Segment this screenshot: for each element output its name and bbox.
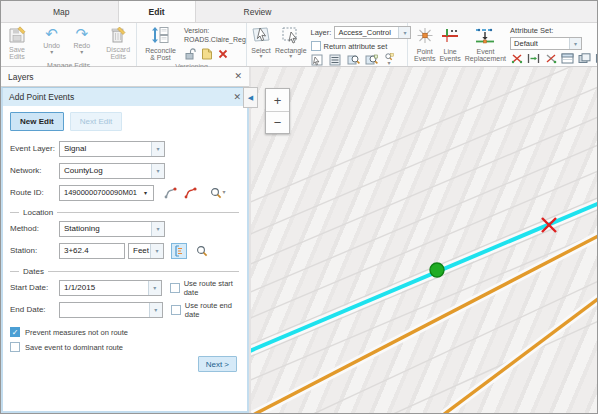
extend-event-icon[interactable] [527, 52, 540, 65]
chevron-down-icon[interactable]: ▾ [569, 38, 581, 49]
point-event-marker[interactable] [430, 263, 444, 277]
map-canvas[interactable] [251, 67, 597, 413]
left-dock: Layers ✕ Add Point Events ✕ New Edit Nex… [1, 67, 249, 413]
chevron-down-icon[interactable]: ▾ [222, 190, 225, 195]
location-section-separator: Location [10, 207, 239, 217]
save-dominant-route-label: Save event to dominant route [25, 343, 123, 352]
return-attribute-set-checkbox[interactable] [311, 41, 321, 51]
attribute-set-select[interactable]: Default ▾ [510, 37, 582, 50]
redo-button[interactable]: ↷ Redo ▾ [70, 25, 93, 55]
point-events-button[interactable]: Point Events [414, 25, 435, 63]
undo-button[interactable]: ↶ Undo ▾ [40, 25, 63, 55]
select-cursor-icon [251, 26, 271, 46]
end-date-input[interactable]: ▾ [59, 302, 163, 318]
add-point-events-pane: Add Point Events ✕ New Edit Next Edit Ev… [1, 87, 249, 413]
event-replacement-button[interactable]: Event Replacement [465, 25, 506, 63]
collapse-pane-button[interactable]: ◀ [243, 87, 258, 108]
network-label: Network: [10, 166, 59, 175]
layer-select[interactable]: Access_Control ▾ [334, 26, 411, 39]
next-edit-button[interactable]: Next Edit [70, 112, 122, 131]
new-version-icon[interactable] [200, 48, 213, 61]
layers-pane-title: Layers [8, 72, 34, 82]
clear-selection-icon[interactable]: ▾ [383, 53, 396, 66]
event-layer-label: Event Layer: [10, 144, 59, 153]
tab-map[interactable]: Map [23, 1, 100, 22]
event-layer-select[interactable]: Signal ▾ [59, 141, 165, 157]
layer-label: Layer: [311, 28, 332, 37]
new-edit-button[interactable]: New Edit [10, 112, 64, 131]
method-select[interactable]: Stationing ▾ [59, 221, 165, 237]
chevron-down-icon[interactable]: ▾ [149, 303, 162, 317]
station-unit-select[interactable]: Feet ▾ [128, 243, 164, 259]
chevron-down-icon[interactable]: ▾ [150, 244, 163, 258]
select-route-on-map-icon[interactable] [162, 185, 178, 201]
chevron-down-icon[interactable]: ▾ [259, 54, 262, 59]
delete-version-icon[interactable] [216, 48, 229, 61]
copy-events-icon[interactable] [578, 52, 591, 65]
tab-review[interactable]: Review [214, 1, 302, 22]
zoom-to-selection-icon[interactable] [347, 53, 360, 66]
use-route-end-date-checkbox[interactable] [171, 305, 181, 315]
app-window: Map Edit Review Save Edits ↶ Undo ▾ [0, 0, 598, 414]
split-event-icon[interactable] [510, 52, 523, 65]
close-icon[interactable]: ✕ [233, 93, 241, 102]
chevron-down-icon[interactable]: ▾ [151, 142, 164, 156]
dates-section-separator: Dates [10, 266, 239, 276]
select-rectangle-icon[interactable] [311, 53, 324, 66]
event-settings-icon[interactable] [595, 52, 598, 65]
layers-pane-header[interactable]: Layers ✕ [1, 67, 249, 87]
use-route-start-date-checkbox[interactable] [170, 283, 180, 293]
chevron-down-icon[interactable]: ▾ [289, 54, 292, 59]
add-point-events-body: New Edit Next Edit Event Layer: Signal ▾… [3, 106, 247, 411]
line-events-icon [440, 26, 460, 47]
ribbon-tab-bar: Map Edit Review [1, 1, 597, 23]
discard-edits-icon [109, 26, 127, 45]
group-selection: Select ▾ Rectangle ▾ Layer: Access_Contr… [247, 23, 408, 66]
unlock-version-icon[interactable] [184, 48, 197, 61]
event-attributes-table-icon[interactable] [561, 52, 574, 65]
chevron-down-icon[interactable]: ▾ [50, 50, 53, 55]
chevron-down-icon[interactable]: ▾ [148, 281, 161, 295]
highlight-route-icon[interactable] [182, 185, 198, 201]
chevron-down-icon[interactable]: ▾ [151, 222, 164, 236]
point-events-icon [415, 26, 435, 47]
snap-event-icon[interactable] [544, 52, 557, 65]
route-id-label: Route ID: [10, 188, 59, 197]
undo-icon: ↶ [45, 26, 58, 41]
add-point-events-header[interactable]: Add Point Events ✕ [3, 88, 247, 106]
dates-section-label: Dates [23, 267, 44, 276]
group-manage-edits: Save Edits ↶ Undo ▾ ↷ Redo ▾ Discard Edi… [1, 23, 137, 66]
route-id-combobox[interactable]: 14900000700090M01 ▾ [59, 185, 154, 201]
zoom-in-button[interactable]: + [266, 89, 289, 111]
map-view[interactable]: + − [251, 67, 597, 413]
version-info: Version: ROADS.Claire_Reg [184, 27, 246, 45]
redo-icon: ↷ [76, 26, 89, 41]
select-button[interactable]: Select ▾ [251, 25, 271, 59]
close-icon[interactable]: ✕ [234, 72, 242, 81]
chevron-down-icon[interactable]: ▾ [80, 50, 83, 55]
tab-edit[interactable]: Edit [118, 1, 196, 22]
save-dominant-route-checkbox[interactable] [10, 342, 20, 352]
line-events-button[interactable]: Line Events [439, 25, 460, 63]
rectangle-select-button[interactable]: Rectangle ▾ [275, 25, 307, 59]
zoom-to-route-icon[interactable]: ▾ [206, 185, 230, 201]
zoom-to-station-icon[interactable] [194, 243, 210, 259]
prevent-measures-checkbox[interactable]: ✓ [10, 327, 20, 337]
save-edits-button[interactable]: Save Edits [1, 25, 33, 61]
station-input[interactable]: 3+62.4 [59, 243, 125, 259]
selection-list-icon[interactable] [329, 53, 342, 66]
chevron-down-icon[interactable]: ▾ [140, 186, 151, 200]
background-roads [251, 67, 597, 413]
start-date-input[interactable]: 1/1/2015 ▾ [59, 280, 162, 296]
next-button[interactable]: Next > [198, 356, 237, 372]
pan-to-selection-icon[interactable] [365, 53, 378, 66]
station-picker-icon[interactable] [171, 243, 187, 259]
chevron-down-icon[interactable]: ▾ [151, 164, 164, 178]
zoom-out-button[interactable]: − [266, 111, 289, 133]
reconcile-post-button[interactable]: Reconcile & Post [142, 25, 179, 62]
discard-edits-button[interactable]: Discard Edits [100, 25, 136, 61]
network-select[interactable]: CountyLog ▾ [59, 163, 165, 179]
use-route-end-date-label: Use route end date [185, 301, 247, 319]
group-edit-events: Point Events Line Events Event Replaceme… [408, 23, 598, 66]
rectangle-select-icon [281, 26, 301, 46]
